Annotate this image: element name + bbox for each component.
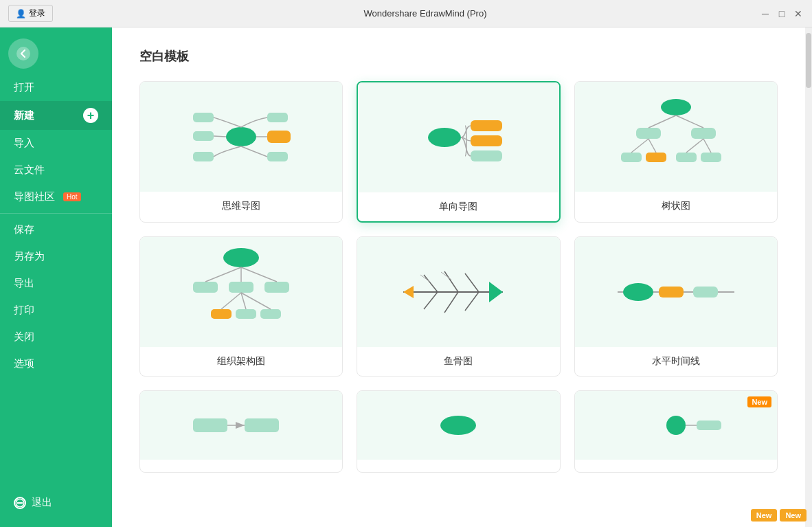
- sidebar-item-saveas[interactable]: 另存为: [0, 243, 112, 270]
- svg-rect-8: [193, 113, 214, 122]
- sidebar-item-options[interactable]: 选项: [0, 350, 112, 377]
- template-card-9[interactable]: New: [574, 390, 778, 473]
- login-button[interactable]: 👤 登录: [8, 5, 53, 22]
- svg-marker-43: [489, 282, 503, 302]
- templates-grid: 思维导图: [139, 81, 778, 473]
- template-preview-7: [140, 391, 342, 460]
- svg-line-10: [214, 136, 226, 137]
- sidebar-item-new[interactable]: 新建 +: [0, 101, 112, 130]
- template-card-8[interactable]: [357, 390, 560, 473]
- scrollbar-thumb[interactable]: [806, 33, 811, 88]
- scrollbar-track[interactable]: [805, 27, 812, 527]
- svg-point-29: [223, 248, 259, 267]
- new-plus-icon: +: [83, 108, 98, 123]
- template-label-single: 单向导图: [358, 192, 559, 221]
- template-preview-fishbone: [357, 237, 559, 347]
- sidebar-item-close[interactable]: 关闭: [0, 324, 112, 350]
- options-label: 选项: [14, 357, 34, 370]
- svg-rect-55: [659, 287, 684, 298]
- svg-rect-56: [693, 287, 718, 298]
- sidebar-divider-1: [0, 213, 112, 214]
- svg-rect-11: [193, 152, 214, 161]
- template-card-7[interactable]: [139, 390, 343, 473]
- close-button[interactable]: ✕: [793, 8, 804, 19]
- exit-icon: [14, 497, 26, 509]
- template-preview-tree: [575, 82, 777, 192]
- user-icon: 👤: [16, 9, 26, 19]
- svg-point-3: [226, 127, 256, 146]
- export-label: 导出: [14, 277, 34, 290]
- svg-rect-37: [236, 309, 256, 319]
- svg-rect-21: [621, 153, 642, 162]
- svg-line-45: [444, 271, 458, 292]
- svg-rect-59: [245, 418, 279, 432]
- svg-point-16: [661, 99, 691, 115]
- svg-point-61: [440, 416, 476, 435]
- titlebar: 👤 登录 Wondershare EdrawMind (Pro) ─ □ ✕: [0, 0, 812, 27]
- svg-marker-50: [403, 286, 414, 298]
- svg-rect-18: [691, 128, 716, 139]
- section-title: 空白模板: [139, 48, 778, 65]
- svg-line-26: [649, 139, 656, 153]
- back-icon: [16, 46, 31, 61]
- template-label-timeline: 水平时间线: [575, 347, 777, 376]
- app-body: 打开 新建 + 导入 云文件 导图社区 Hot 保存 另存为 导出 打印 关闭: [0, 27, 812, 527]
- svg-point-12: [428, 128, 461, 147]
- template-card-single-map[interactable]: 单向导图: [357, 81, 560, 223]
- template-card-fishbone[interactable]: 鱼骨图: [357, 236, 560, 377]
- print-label: 打印: [14, 304, 34, 317]
- template-preview-9: [575, 391, 777, 460]
- svg-rect-2: [18, 502, 22, 504]
- bottom-new-badges: New New: [745, 504, 812, 527]
- template-card-mind-map[interactable]: 思维导图: [139, 81, 343, 223]
- window-controls: ─ □ ✕: [760, 8, 804, 19]
- maximize-button[interactable]: □: [776, 8, 787, 19]
- svg-rect-24: [701, 153, 721, 162]
- new-badge-bottom-2: New: [780, 509, 807, 522]
- svg-rect-63: [697, 421, 721, 430]
- new-badge-9: New: [747, 396, 771, 407]
- svg-rect-32: [264, 282, 289, 293]
- svg-rect-38: [260, 309, 281, 319]
- svg-line-48: [444, 292, 458, 313]
- svg-rect-22: [646, 153, 666, 162]
- svg-rect-31: [229, 282, 253, 293]
- svg-point-1: [16, 499, 24, 507]
- svg-line-20: [676, 115, 703, 128]
- app-title: Wondershare EdrawMind (Pro): [91, 8, 760, 19]
- sidebar-item-export[interactable]: 导出: [0, 270, 112, 297]
- sidebar-item-exit[interactable]: 退出: [0, 489, 112, 516]
- sidebar-item-community[interactable]: 导图社区 Hot: [0, 183, 112, 210]
- sidebar-item-print[interactable]: 打印: [0, 297, 112, 324]
- svg-line-44: [424, 275, 438, 292]
- svg-rect-15: [471, 150, 502, 161]
- template-card-org[interactable]: 组织架构图: [139, 236, 343, 377]
- svg-line-27: [686, 139, 703, 153]
- svg-point-62: [666, 416, 686, 435]
- sidebar-item-cloud[interactable]: 云文件: [0, 157, 112, 183]
- svg-rect-7: [267, 152, 288, 161]
- close-label: 关闭: [14, 330, 34, 344]
- back-button[interactable]: [8, 38, 38, 69]
- sidebar-item-import[interactable]: 导入: [0, 130, 112, 157]
- svg-rect-36: [211, 309, 232, 319]
- svg-line-35: [241, 267, 277, 282]
- login-label: 登录: [29, 8, 45, 19]
- sidebar-item-open[interactable]: 打开: [0, 74, 112, 101]
- svg-rect-23: [676, 153, 697, 162]
- minimize-button[interactable]: ─: [760, 8, 771, 19]
- svg-marker-60: [236, 422, 245, 429]
- sidebar-item-save[interactable]: 保存: [0, 216, 112, 243]
- new-badge-bottom-1: New: [751, 509, 778, 522]
- svg-rect-30: [193, 282, 218, 293]
- template-card-tree[interactable]: 树状图: [574, 81, 778, 223]
- svg-line-25: [631, 139, 649, 153]
- saveas-label: 另存为: [14, 250, 45, 263]
- exit-label: 退出: [32, 496, 52, 509]
- svg-line-51: [420, 275, 431, 282]
- svg-line-49: [465, 292, 479, 311]
- template-card-timeline[interactable]: 水平时间线: [574, 236, 778, 377]
- svg-line-46: [465, 273, 479, 292]
- svg-rect-13: [471, 120, 502, 131]
- hot-badge: Hot: [63, 192, 81, 201]
